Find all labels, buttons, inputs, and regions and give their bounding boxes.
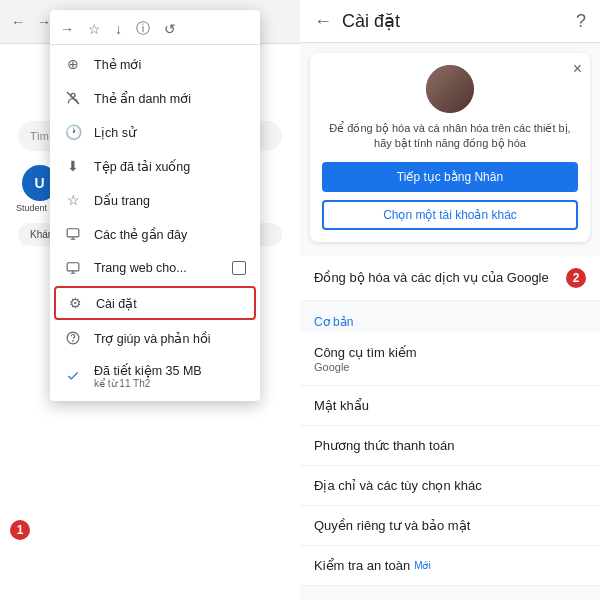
menu-item-downloads[interactable]: ⬇ Tệp đã tải xuống bbox=[50, 149, 260, 183]
menu-item-help[interactable]: Trợ giúp và phản hồi bbox=[50, 321, 260, 355]
menu-item-label-bookmarks: Dấu trang bbox=[94, 193, 246, 208]
profile-card: × Để đồng bộ hóa và cá nhân hóa trên các… bbox=[310, 53, 590, 242]
settings-list: Cơ bản Công cụ tìm kiếm Google Mật khẩu … bbox=[300, 301, 600, 600]
settings-item-sub-search: Google bbox=[314, 361, 586, 373]
bookmarks-icon: ☆ bbox=[64, 191, 82, 209]
dropdown-menu: → ☆ ↓ ⓘ ↺ ⊕ Thẻ mới Thẻ ẩn danh mới 🕐 bbox=[50, 10, 260, 401]
choose-account-button[interactable]: Chọn một tài khoản khác bbox=[322, 200, 578, 230]
help-icon bbox=[64, 329, 82, 347]
menu-item-label-downloads: Tệp đã tải xuống bbox=[94, 159, 246, 174]
history-icon: 🕐 bbox=[64, 123, 82, 141]
settings-item-title-privacy: Quyền riêng tư và bảo mật bbox=[314, 518, 586, 533]
menu-back-icon[interactable]: → bbox=[60, 21, 74, 37]
back-icon[interactable]: ← bbox=[8, 12, 28, 32]
incognito-icon bbox=[64, 89, 82, 107]
settings-item-password[interactable]: Mật khẩu bbox=[300, 386, 600, 426]
settings-item-title-password: Mật khẩu bbox=[314, 398, 586, 413]
right-panel: ← Cài đặt ? × Để đồng bộ hóa và cá nhân … bbox=[300, 0, 600, 600]
menu-item-new-tab[interactable]: ⊕ Thẻ mới bbox=[50, 47, 260, 81]
desktop-checkbox[interactable] bbox=[232, 261, 246, 275]
settings-header: ← Cài đặt ? bbox=[300, 0, 600, 43]
savings-icon bbox=[64, 367, 82, 385]
menu-top-icons: → ☆ ↓ ⓘ ↺ bbox=[50, 14, 260, 45]
settings-item-safety[interactable]: Kiểm tra an toàn Mới bbox=[300, 546, 600, 586]
menu-item-bookmarks[interactable]: ☆ Dấu trang bbox=[50, 183, 260, 217]
profile-description: Để đồng bộ hóa và cá nhân hóa trên các t… bbox=[322, 121, 578, 152]
continue-button[interactable]: Tiếp tục bằng Nhân bbox=[322, 162, 578, 192]
settings-icon: ⚙ bbox=[66, 294, 84, 312]
profile-avatar-image bbox=[426, 65, 474, 113]
settings-item-title-payment: Phương thức thanh toán bbox=[314, 438, 586, 453]
menu-item-label-new-tab: Thẻ mới bbox=[94, 57, 246, 72]
menu-item-label-savings: Đã tiết kiệm 35 MB bbox=[94, 363, 202, 378]
svg-rect-3 bbox=[67, 263, 79, 271]
menu-item-desktop-site[interactable]: Trang web cho... bbox=[50, 251, 260, 285]
menu-download-icon[interactable]: ↓ bbox=[115, 21, 122, 37]
settings-item-title-search: Công cụ tìm kiếm bbox=[314, 345, 586, 360]
menu-item-label-help: Trợ giúp và phản hồi bbox=[94, 331, 246, 346]
menu-item-recent-tabs[interactable]: Các thẻ gần đây bbox=[50, 217, 260, 251]
settings-title: Cài đặt bbox=[342, 10, 566, 32]
settings-item-address[interactable]: Địa chỉ và các tùy chọn khác bbox=[300, 466, 600, 506]
menu-item-sub-savings: kể từ 11 Th2 bbox=[94, 378, 202, 389]
menu-info-icon[interactable]: ⓘ bbox=[136, 20, 150, 38]
settings-item-title-address: Địa chỉ và các tùy chọn khác bbox=[314, 478, 586, 493]
menu-item-label-desktop-site: Trang web cho... bbox=[94, 261, 220, 275]
menu-item-label-settings: Cài đặt bbox=[96, 296, 244, 311]
settings-item-search[interactable]: Công cụ tìm kiếm Google bbox=[300, 333, 600, 386]
desktop-site-icon bbox=[64, 259, 82, 277]
sync-label: Đồng bộ hóa và các dịch vụ của Google bbox=[314, 270, 556, 285]
close-button[interactable]: × bbox=[573, 61, 582, 77]
settings-item-payment[interactable]: Phương thức thanh toán bbox=[300, 426, 600, 466]
menu-star-icon[interactable]: ☆ bbox=[88, 21, 101, 37]
menu-item-label-recent-tabs: Các thẻ gần đây bbox=[94, 227, 246, 242]
settings-item-privacy[interactable]: Quyền riêng tư và bảo mật bbox=[300, 506, 600, 546]
settings-back-icon[interactable]: ← bbox=[314, 11, 332, 32]
settings-help-icon[interactable]: ? bbox=[576, 11, 586, 32]
svg-rect-2 bbox=[67, 229, 79, 237]
svg-point-5 bbox=[73, 341, 74, 342]
menu-reload-icon[interactable]: ↺ bbox=[164, 21, 176, 37]
menu-item-savings[interactable]: Đã tiết kiệm 35 MB kể từ 11 Th2 bbox=[50, 355, 260, 397]
new-tab-icon: ⊕ bbox=[64, 55, 82, 73]
section-label: Cơ bản bbox=[300, 305, 600, 333]
new-badge: Mới bbox=[414, 560, 431, 571]
step-1-badge: 1 bbox=[10, 520, 30, 540]
menu-item-incognito[interactable]: Thẻ ẩn danh mới bbox=[50, 81, 260, 115]
menu-item-settings[interactable]: ⚙ Cài đặt bbox=[54, 286, 256, 320]
menu-item-label-history: Lịch sử bbox=[94, 125, 246, 140]
menu-item-history[interactable]: 🕐 Lịch sử bbox=[50, 115, 260, 149]
menu-item-label-incognito: Thẻ ẩn danh mới bbox=[94, 91, 246, 106]
left-panel: ← → ☆ ↓ ⓘ ↺ Google Tìm kiếm hoặc... U St… bbox=[0, 0, 300, 600]
sync-item[interactable]: Đồng bộ hóa và các dịch vụ của Google 2 bbox=[300, 256, 600, 301]
recent-tabs-icon bbox=[64, 225, 82, 243]
downloads-icon: ⬇ bbox=[64, 157, 82, 175]
settings-item-title-safety: Kiểm tra an toàn bbox=[314, 558, 410, 573]
step-2-badge: 2 bbox=[566, 268, 586, 288]
profile-avatar bbox=[426, 65, 474, 113]
